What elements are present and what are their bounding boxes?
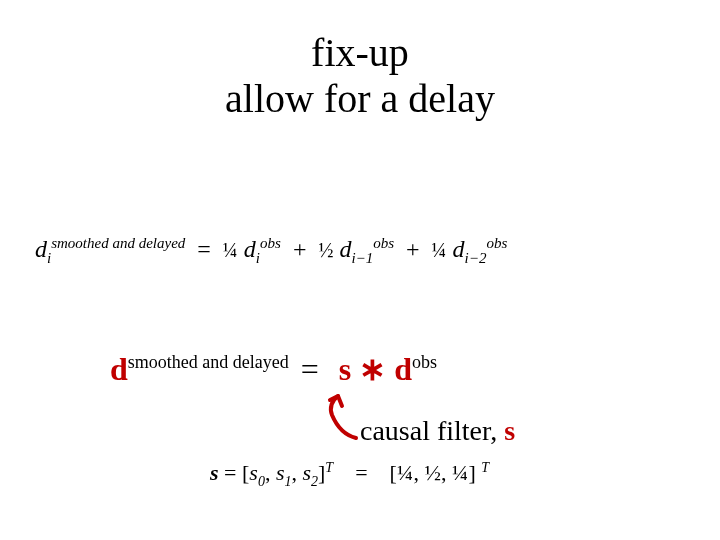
eq1-sub-im2: i−2: [465, 250, 487, 266]
eq1-sup-obs-3: obs: [486, 235, 507, 251]
eq1-equals: =: [191, 236, 217, 262]
eq2-d: d: [110, 351, 128, 387]
eq3-eq2: =: [355, 460, 367, 485]
eq2-s: s: [339, 351, 351, 387]
eq3-s2: s: [302, 460, 311, 485]
equation-s-vector: s = [s0, s1, s2]T = [¼, ½, ¼] T: [210, 460, 489, 490]
eq1-sub-i: i: [47, 250, 51, 266]
eq3-T1: T: [325, 460, 333, 475]
eq3-rb2: ]: [468, 460, 475, 485]
eq3-q14b: ¼: [452, 460, 469, 485]
eq1-d-obs-2: d: [339, 236, 351, 262]
eq2-sup-obs: obs: [412, 352, 437, 372]
slide: fix-up allow for a delay dismoothed and …: [0, 0, 720, 540]
eq1-quarter-1: ¼: [223, 239, 238, 261]
eq2-equals: =: [297, 351, 323, 387]
slide-title: fix-up allow for a delay: [0, 30, 720, 122]
eq3-comma2: ,: [291, 460, 302, 485]
equation-convolution: dsmoothed and delayed = s ∗ dobs: [110, 350, 437, 388]
eq1-sub-im1: i−1: [351, 250, 373, 266]
eq1-plus-1: +: [287, 236, 313, 262]
equation-smoothed-expanded: dismoothed and delayed = ¼ diobs + ½ di−…: [35, 235, 507, 267]
eq1-quarter-2: ¼: [432, 239, 447, 261]
eq1-sup-smoothed: smoothed and delayed: [51, 235, 185, 251]
eq3-q14a: ¼: [397, 460, 414, 485]
eq3-comma3: ,: [413, 460, 424, 485]
eq3-lb2: [: [390, 460, 397, 485]
eq3-comma4: ,: [441, 460, 452, 485]
eq3-s0-sub: 0: [258, 474, 265, 489]
eq3-s0: s: [249, 460, 258, 485]
eq3-s2-sub: 2: [311, 474, 318, 489]
eq3-s: s: [210, 460, 219, 485]
eq1-half: ½: [318, 239, 333, 261]
eq1-sup-obs-2: obs: [373, 235, 394, 251]
eq3-T2: T: [481, 460, 489, 475]
eq1-sub-i-1: i: [256, 250, 260, 266]
causal-filter-label: causal filter, s: [360, 415, 515, 447]
eq2-sup-smoothed: smoothed and delayed: [128, 352, 289, 372]
eq2-conv: ∗: [359, 351, 386, 387]
eq2-d-obs: d: [394, 351, 412, 387]
eq1-d-obs-1: d: [244, 236, 256, 262]
eq1-sup-obs-1: obs: [260, 235, 281, 251]
title-line-2: allow for a delay: [225, 76, 495, 121]
causal-text: causal filter,: [360, 415, 504, 446]
eq3-q12: ½: [424, 460, 441, 485]
eq3-eq1: =: [224, 460, 236, 485]
title-line-1: fix-up: [311, 30, 409, 75]
eq1-d-obs-3: d: [453, 236, 465, 262]
eq1-d: d: [35, 236, 47, 262]
eq3-comma1: ,: [265, 460, 276, 485]
eq1-plus-2: +: [400, 236, 426, 262]
causal-s: s: [504, 415, 515, 446]
